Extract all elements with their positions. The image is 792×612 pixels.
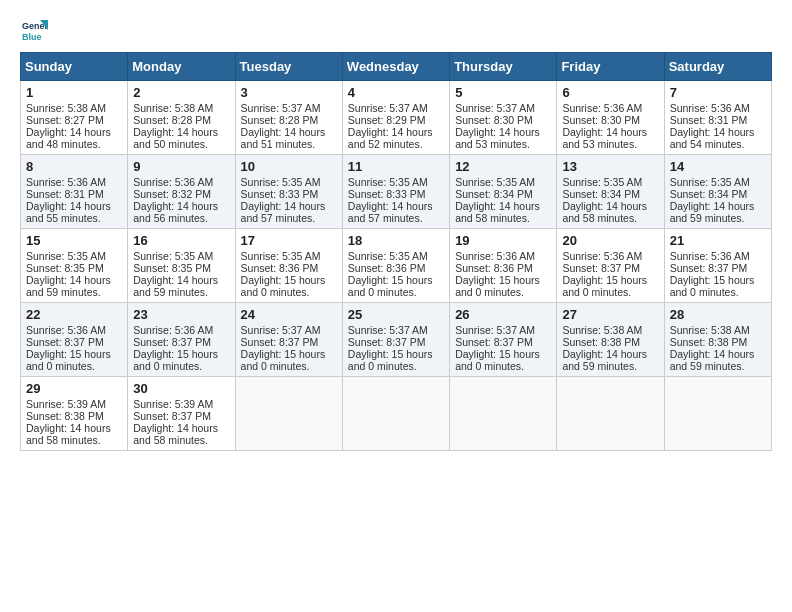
- day-number: 13: [562, 159, 658, 174]
- calendar-cell: 1Sunrise: 5:38 AMSunset: 8:27 PMDaylight…: [21, 81, 128, 155]
- day-number: 28: [670, 307, 766, 322]
- day-number: 6: [562, 85, 658, 100]
- calendar-cell: 7Sunrise: 5:36 AMSunset: 8:31 PMDaylight…: [664, 81, 771, 155]
- calendar-cell: 24Sunrise: 5:37 AMSunset: 8:37 PMDayligh…: [235, 303, 342, 377]
- day-header-monday: Monday: [128, 53, 235, 81]
- calendar-cell: 10Sunrise: 5:35 AMSunset: 8:33 PMDayligh…: [235, 155, 342, 229]
- day-number: 14: [670, 159, 766, 174]
- day-number: 17: [241, 233, 337, 248]
- day-number: 20: [562, 233, 658, 248]
- day-number: 22: [26, 307, 122, 322]
- calendar-cell: 30Sunrise: 5:39 AMSunset: 8:37 PMDayligh…: [128, 377, 235, 451]
- calendar-cell: 12Sunrise: 5:35 AMSunset: 8:34 PMDayligh…: [450, 155, 557, 229]
- day-header-saturday: Saturday: [664, 53, 771, 81]
- calendar-cell: [342, 377, 449, 451]
- day-number: 11: [348, 159, 444, 174]
- calendar-cell: 15Sunrise: 5:35 AMSunset: 8:35 PMDayligh…: [21, 229, 128, 303]
- calendar-cell: 26Sunrise: 5:37 AMSunset: 8:37 PMDayligh…: [450, 303, 557, 377]
- svg-text:Blue: Blue: [22, 32, 42, 42]
- calendar-cell: 6Sunrise: 5:36 AMSunset: 8:30 PMDaylight…: [557, 81, 664, 155]
- calendar-cell: [557, 377, 664, 451]
- calendar-cell: 14Sunrise: 5:35 AMSunset: 8:34 PMDayligh…: [664, 155, 771, 229]
- calendar-cell: 19Sunrise: 5:36 AMSunset: 8:36 PMDayligh…: [450, 229, 557, 303]
- day-number: 4: [348, 85, 444, 100]
- day-number: 19: [455, 233, 551, 248]
- day-number: 2: [133, 85, 229, 100]
- day-number: 16: [133, 233, 229, 248]
- day-number: 10: [241, 159, 337, 174]
- day-number: 7: [670, 85, 766, 100]
- calendar-cell: 3Sunrise: 5:37 AMSunset: 8:28 PMDaylight…: [235, 81, 342, 155]
- calendar-cell: [450, 377, 557, 451]
- logo: General Blue: [20, 16, 48, 44]
- day-number: 23: [133, 307, 229, 322]
- day-number: 25: [348, 307, 444, 322]
- calendar-cell: 27Sunrise: 5:38 AMSunset: 8:38 PMDayligh…: [557, 303, 664, 377]
- calendar-cell: 25Sunrise: 5:37 AMSunset: 8:37 PMDayligh…: [342, 303, 449, 377]
- day-header-thursday: Thursday: [450, 53, 557, 81]
- day-number: 27: [562, 307, 658, 322]
- day-number: 18: [348, 233, 444, 248]
- day-header-sunday: Sunday: [21, 53, 128, 81]
- day-number: 12: [455, 159, 551, 174]
- calendar-cell: 18Sunrise: 5:35 AMSunset: 8:36 PMDayligh…: [342, 229, 449, 303]
- day-number: 24: [241, 307, 337, 322]
- day-number: 5: [455, 85, 551, 100]
- calendar-cell: 4Sunrise: 5:37 AMSunset: 8:29 PMDaylight…: [342, 81, 449, 155]
- calendar-cell: 17Sunrise: 5:35 AMSunset: 8:36 PMDayligh…: [235, 229, 342, 303]
- calendar-cell: [235, 377, 342, 451]
- calendar-cell: 11Sunrise: 5:35 AMSunset: 8:33 PMDayligh…: [342, 155, 449, 229]
- day-number: 26: [455, 307, 551, 322]
- day-number: 15: [26, 233, 122, 248]
- calendar-cell: 9Sunrise: 5:36 AMSunset: 8:32 PMDaylight…: [128, 155, 235, 229]
- day-header-wednesday: Wednesday: [342, 53, 449, 81]
- day-header-friday: Friday: [557, 53, 664, 81]
- day-number: 3: [241, 85, 337, 100]
- calendar-cell: 5Sunrise: 5:37 AMSunset: 8:30 PMDaylight…: [450, 81, 557, 155]
- calendar-cell: 20Sunrise: 5:36 AMSunset: 8:37 PMDayligh…: [557, 229, 664, 303]
- calendar-cell: 21Sunrise: 5:36 AMSunset: 8:37 PMDayligh…: [664, 229, 771, 303]
- calendar-cell: 28Sunrise: 5:38 AMSunset: 8:38 PMDayligh…: [664, 303, 771, 377]
- day-number: 29: [26, 381, 122, 396]
- calendar-cell: [664, 377, 771, 451]
- calendar-cell: 23Sunrise: 5:36 AMSunset: 8:37 PMDayligh…: [128, 303, 235, 377]
- calendar-cell: 22Sunrise: 5:36 AMSunset: 8:37 PMDayligh…: [21, 303, 128, 377]
- calendar-cell: 2Sunrise: 5:38 AMSunset: 8:28 PMDaylight…: [128, 81, 235, 155]
- day-header-tuesday: Tuesday: [235, 53, 342, 81]
- calendar-cell: 8Sunrise: 5:36 AMSunset: 8:31 PMDaylight…: [21, 155, 128, 229]
- calendar-table: SundayMondayTuesdayWednesdayThursdayFrid…: [20, 52, 772, 451]
- page-header: General Blue: [20, 16, 772, 44]
- calendar-cell: 13Sunrise: 5:35 AMSunset: 8:34 PMDayligh…: [557, 155, 664, 229]
- day-number: 1: [26, 85, 122, 100]
- calendar-cell: 16Sunrise: 5:35 AMSunset: 8:35 PMDayligh…: [128, 229, 235, 303]
- calendar-cell: 29Sunrise: 5:39 AMSunset: 8:38 PMDayligh…: [21, 377, 128, 451]
- day-number: 21: [670, 233, 766, 248]
- day-number: 8: [26, 159, 122, 174]
- logo-icon: General Blue: [20, 16, 48, 44]
- day-number: 9: [133, 159, 229, 174]
- day-number: 30: [133, 381, 229, 396]
